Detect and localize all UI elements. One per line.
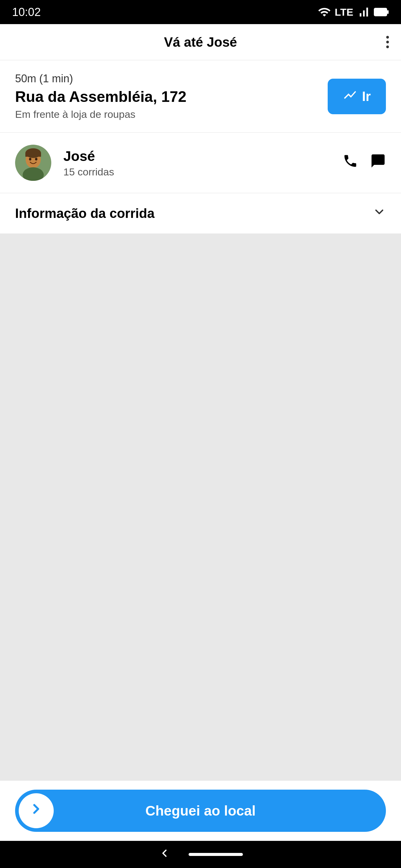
- svg-rect-1: [387, 10, 389, 14]
- bottom-cta: Cheguei ao local: [0, 780, 401, 841]
- rider-section: José 15 corridas: [0, 133, 401, 193]
- navigation-icon: [343, 88, 357, 105]
- rider-name: José: [63, 148, 342, 164]
- home-indicator: [189, 853, 243, 856]
- rider-actions: [342, 153, 386, 173]
- app-bar-title: Vá até José: [164, 35, 237, 50]
- signal-icon: [357, 5, 370, 19]
- go-button-label: Ir: [362, 89, 371, 104]
- address-section: 50m (1 min) Rua da Assembléia, 172 Em fr…: [0, 60, 401, 133]
- address-hint: Em frente à loja de roupas: [15, 108, 319, 120]
- back-button[interactable]: [159, 847, 170, 862]
- arrived-button[interactable]: Cheguei ao local: [15, 789, 386, 832]
- battery-icon: [374, 7, 389, 17]
- address-info: 50m (1 min) Rua da Assembléia, 172 Em fr…: [15, 72, 319, 120]
- call-button[interactable]: [342, 153, 358, 173]
- ride-info-section[interactable]: Informação da corrida: [0, 193, 401, 234]
- svg-point-8: [35, 158, 37, 161]
- chevron-down-icon: [373, 205, 386, 221]
- status-time: 10:02: [12, 6, 41, 19]
- ride-info-label: Informação da corrida: [15, 206, 154, 221]
- status-bar: 10:02 LTE: [0, 0, 401, 24]
- app-bar: Vá até José: [0, 24, 401, 60]
- rider-avatar: [15, 145, 51, 181]
- rider-rides: 15 corridas: [63, 166, 342, 178]
- cta-arrow-circle: [19, 793, 54, 828]
- more-menu-button[interactable]: [386, 36, 389, 48]
- address-street: Rua da Assembléia, 172: [15, 88, 319, 105]
- chat-button[interactable]: [370, 153, 386, 173]
- map-area: [0, 234, 401, 780]
- svg-rect-0: [374, 8, 387, 16]
- lte-label: LTE: [335, 6, 353, 18]
- arrived-button-label: Cheguei ao local: [15, 803, 386, 819]
- svg-rect-5: [25, 153, 41, 157]
- chevron-right-icon: [28, 801, 44, 820]
- address-distance: 50m (1 min): [15, 72, 319, 85]
- status-icons: LTE: [318, 5, 389, 19]
- go-button[interactable]: Ir: [328, 79, 386, 114]
- svg-point-7: [29, 158, 31, 161]
- nav-bar: [0, 841, 401, 868]
- rider-info: José 15 corridas: [63, 148, 342, 178]
- wifi-icon: [318, 5, 331, 19]
